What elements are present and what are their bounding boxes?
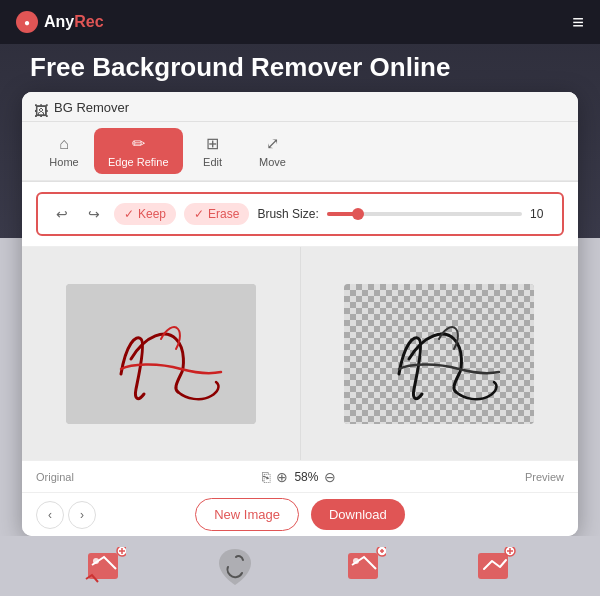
svg-point-10 [353,558,359,564]
undo-button[interactable]: ↩ [50,202,74,226]
tab-home-label: Home [49,156,78,168]
tab-move-label: Move [259,156,286,168]
logo-icon: ● [16,11,38,33]
feature-icon-1 [84,547,126,585]
nav-buttons-group: ‹ › [36,501,96,529]
preview-image-frame [344,284,534,424]
move-icon: ⤢ [266,134,279,153]
original-image-frame [66,284,256,424]
tab-edge-refine[interactable]: ✏ Edge Refine [94,128,183,174]
brush-size-label: Brush Size: [257,207,318,221]
brush-slider-container [327,212,522,216]
edge-refine-icon: ✏ [132,134,145,153]
top-nav: ● AnyRec ≡ [0,0,600,44]
erase-button[interactable]: ✓ Erase [184,203,249,225]
tab-edit[interactable]: ⊞ Edit [183,128,243,174]
card-header-title: BG Remover [54,100,129,121]
keep-label: Keep [138,207,166,221]
erase-label: Erase [208,207,239,221]
new-image-button[interactable]: New Image [195,498,299,531]
canvas-section [22,247,578,460]
bottom-status-bar: Original ⎘ ⊕ 58% ⊖ Preview [22,460,578,492]
zoom-value: 58% [294,470,318,484]
keep-button[interactable]: ✓ Keep [114,203,176,225]
svg-point-7 [93,558,99,564]
hamburger-icon[interactable]: ≡ [572,11,584,34]
feature-icon-2 [214,547,256,585]
tab-edge-refine-label: Edge Refine [108,156,169,168]
zoom-in-icon[interactable]: ⊕ [276,469,288,485]
original-label: Original [36,471,74,483]
toolbar-tabs: ⌂ Home ✏ Edge Refine ⊞ Edit ⤢ Move [22,122,578,181]
keep-checkmark-icon: ✓ [124,207,134,221]
copy-icon[interactable]: ⎘ [262,469,270,485]
download-button[interactable]: Download [311,499,405,530]
tabs-section: 🖼 BG Remover ⌂ Home ✏ Edge Refine ⊞ Edit [22,92,578,182]
feature-icon-3 [344,547,386,585]
svg-rect-5 [344,284,534,424]
next-button[interactable]: › [68,501,96,529]
bottom-actions-bar: ‹ › New Image Download [22,492,578,536]
preview-panel [300,247,579,460]
preview-label: Preview [525,471,564,483]
prev-button[interactable]: ‹ [36,501,64,529]
brush-size-value: 10 [530,207,550,221]
erase-checkmark-icon: ✓ [194,207,204,221]
original-panel [22,247,300,460]
svg-rect-12 [478,553,508,579]
feature-icon-4 [474,547,516,585]
bottom-features-area [0,536,600,596]
card-header: 🖼 BG Remover [22,92,578,122]
logo-text: AnyRec [44,13,104,31]
main-card: 🖼 BG Remover ⌂ Home ✏ Edge Refine ⊞ Edit [22,92,578,536]
original-signature-svg [66,284,256,424]
tab-home[interactable]: ⌂ Home [34,129,94,174]
page-background: ● AnyRec ≡ Free Background Remover Onlin… [0,0,600,596]
preview-signature-svg [344,284,534,424]
logo-area: ● AnyRec [16,11,104,33]
bg-remover-icon: 🖼 [34,103,48,119]
brush-size-slider[interactable] [327,212,522,216]
brush-toolbar: ↩ ↪ ✓ Keep ✓ Erase Brush Size: 10 [36,192,564,236]
brush-toolbar-section: ↩ ↪ ✓ Keep ✓ Erase Brush Size: 10 [22,182,578,247]
tab-move[interactable]: ⤢ Move [243,128,303,174]
home-icon: ⌂ [59,135,69,153]
tab-edit-label: Edit [203,156,222,168]
brush-slider-thumb[interactable] [352,208,364,220]
zoom-controls: ⎘ ⊕ 58% ⊖ [262,469,336,485]
page-title: Free Background Remover Online [30,52,450,83]
redo-button[interactable]: ↪ [82,202,106,226]
edit-icon: ⊞ [206,134,219,153]
svg-rect-0 [66,284,256,424]
zoom-out-icon[interactable]: ⊖ [324,469,336,485]
